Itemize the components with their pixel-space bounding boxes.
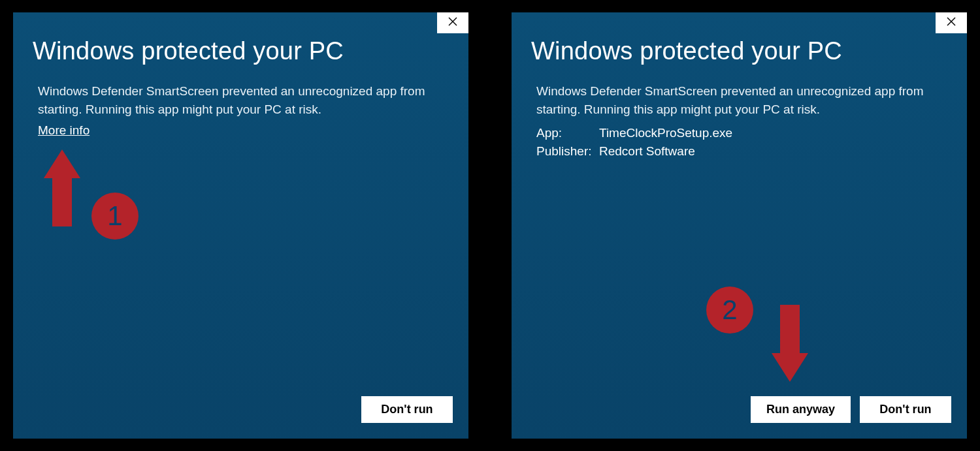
detail-value-app: TimeClockProSetup.exe xyxy=(599,126,942,140)
annotation-step-badge: 1 xyxy=(91,193,139,240)
more-info-link[interactable]: More info xyxy=(38,123,90,138)
dialog-button-row: Don't run xyxy=(361,396,453,423)
smartscreen-dialog-expanded: Windows protected your PC Windows Defend… xyxy=(512,12,967,439)
close-button[interactable] xyxy=(936,12,967,33)
dont-run-button[interactable]: Don't run xyxy=(860,396,951,423)
close-icon xyxy=(448,17,457,29)
dialog-message: Windows Defender SmartScreen prevented a… xyxy=(512,77,967,118)
detail-row-publisher: Publisher: Redcort Software xyxy=(536,144,942,159)
app-details: App: TimeClockProSetup.exe Publisher: Re… xyxy=(512,118,967,159)
dialog-message: Windows Defender SmartScreen prevented a… xyxy=(13,77,468,118)
smartscreen-dialog-initial: Windows protected your PC Windows Defend… xyxy=(13,12,468,439)
close-button[interactable] xyxy=(437,12,468,33)
detail-label-publisher: Publisher: xyxy=(536,144,599,159)
detail-label-app: App: xyxy=(536,126,599,140)
detail-row-app: App: TimeClockProSetup.exe xyxy=(536,126,942,140)
dont-run-button[interactable]: Don't run xyxy=(361,396,453,423)
dialog-button-row: Run anyway Don't run xyxy=(751,396,951,423)
annotation-step-badge: 2 xyxy=(706,287,753,334)
run-anyway-button[interactable]: Run anyway xyxy=(751,396,851,423)
dialog-title: Windows protected your PC xyxy=(512,12,967,77)
detail-value-publisher: Redcort Software xyxy=(599,144,942,159)
annotation-number: 1 xyxy=(107,200,122,232)
close-icon xyxy=(947,17,956,29)
annotation-number: 2 xyxy=(722,294,737,326)
dialog-title: Windows protected your PC xyxy=(13,12,468,77)
annotation-arrow-up-icon xyxy=(44,149,80,226)
annotation-arrow-down-icon xyxy=(772,305,808,382)
